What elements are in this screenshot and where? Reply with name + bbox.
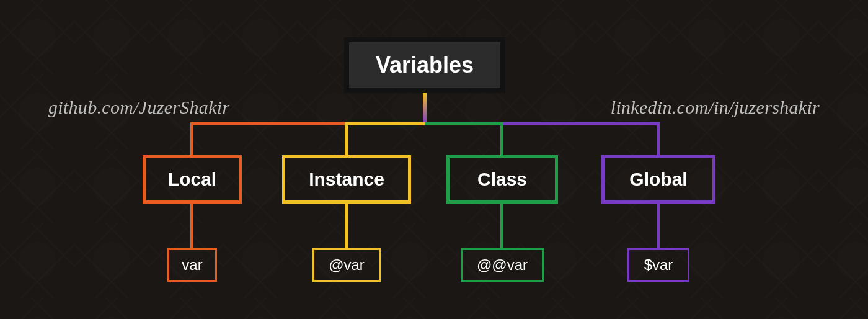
type-node-local: Local — [143, 155, 242, 204]
example-node-global: $var — [627, 248, 689, 282]
type-label: Global — [629, 169, 687, 190]
type-label: Local — [168, 169, 216, 190]
example-node-local: var — [167, 248, 217, 282]
example-label: var — [182, 256, 202, 274]
diagram-canvas: Variables github.com/JuzerShakir linkedi… — [0, 0, 868, 319]
connector-hbar-green — [425, 122, 503, 125]
connector-hbar-purple — [503, 122, 660, 125]
type-label: Instance — [309, 169, 384, 190]
connector-hbar-yellow — [345, 122, 425, 125]
connector-stem-instance — [345, 122, 348, 155]
root-node-variables: Variables — [344, 37, 505, 93]
example-label: $var — [644, 256, 673, 274]
linkedin-link: linkedin.com/in/juzershakir — [611, 97, 820, 118]
connector-stem-local — [190, 122, 193, 155]
type-label: Class — [477, 169, 527, 190]
type-node-global: Global — [601, 155, 715, 204]
connector-stem-instance-ex — [345, 204, 348, 250]
github-link: github.com/JuzerShakir — [48, 97, 229, 118]
example-label: @@var — [477, 256, 528, 274]
connector-stem-class-ex — [500, 204, 503, 250]
root-node-label: Variables — [376, 52, 474, 78]
example-node-instance: @var — [312, 248, 381, 282]
connector-stem-local-ex — [190, 204, 193, 250]
example-label: @var — [329, 256, 365, 274]
connector-stem-global — [657, 122, 660, 155]
type-node-instance: Instance — [282, 155, 411, 204]
connector-stem-class — [500, 122, 503, 155]
type-node-class: Class — [446, 155, 558, 204]
example-node-class: @@var — [461, 248, 544, 282]
connector-trunk — [423, 93, 427, 124]
connector-stem-global-ex — [657, 204, 660, 250]
